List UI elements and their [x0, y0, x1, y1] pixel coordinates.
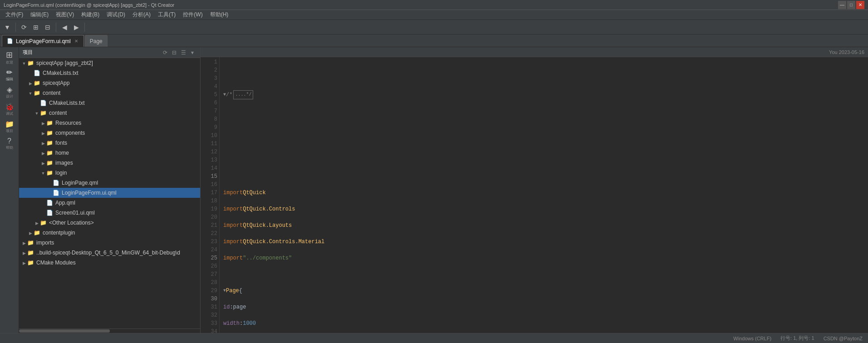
arrow-other-locations[interactable]: [34, 220, 40, 225]
toolbar-collapse[interactable]: ⊟: [42, 22, 53, 33]
tree-item-build[interactable]: 📁 ..build-spiceqt-Desktop_Qt_6_5_0_MinGW…: [19, 248, 200, 258]
type-page: Page: [226, 287, 239, 295]
linenum-2: 2: [202, 66, 217, 74]
tree-item-images[interactable]: 📁 images: [19, 158, 200, 168]
tree-item-home[interactable]: 📁 home: [19, 148, 200, 158]
linenum-26: 26: [202, 262, 217, 270]
folder-icon-cmake-modules: 📁: [27, 260, 34, 266]
tree-label-content1: content: [43, 90, 60, 96]
code-line-3: ▼ /* ....*/: [223, 91, 864, 99]
code-line-5: [223, 123, 864, 132]
minimize-button[interactable]: —: [838, 1, 846, 9]
sidebar-title: 项目: [23, 49, 159, 56]
kw-import-11: import: [223, 221, 243, 230]
maximize-button[interactable]: □: [847, 1, 855, 9]
arrow-build[interactable]: [21, 250, 27, 255]
left-icon-welcome[interactable]: ⊞ 欢迎: [1, 49, 18, 65]
toolbar-filter[interactable]: ⊞: [30, 22, 41, 33]
menu-controls[interactable]: 控件(W): [179, 10, 206, 20]
sidebar-btn-2[interactable]: ⊟: [170, 49, 178, 57]
toolbar: ▼ ⟳ ⊞ ⊟ ◀ ▶: [0, 20, 868, 34]
tree-item-login[interactable]: 📁 login: [19, 168, 200, 178]
tree-item-content2[interactable]: 📁 content: [19, 108, 200, 118]
tree-item-cmake2[interactable]: 📄 CMakeLists.txt: [19, 98, 200, 108]
toolbar-sync[interactable]: ⟳: [19, 22, 29, 33]
tree-item-resources[interactable]: 📁 Resources: [19, 118, 200, 128]
tree-label-home: home: [55, 150, 69, 156]
sidebar-btn-3[interactable]: ☰: [179, 49, 187, 57]
code-line-9: import QtQuick: [223, 189, 864, 197]
left-icon-help[interactable]: ? 帮助: [1, 135, 18, 152]
linenum-9: 9: [202, 123, 217, 132]
sidebar-scrollbar[interactable]: [19, 328, 200, 333]
close-button[interactable]: ✕: [856, 1, 864, 9]
arrow-content2[interactable]: [34, 111, 40, 116]
left-icon-debug[interactable]: 🐞 调试: [1, 101, 18, 117]
kw-import-13: import: [223, 254, 243, 262]
code-editor[interactable]: ▼ /* ....*/ import QtQuick import QtQuic…: [220, 57, 868, 333]
left-icon-projects[interactable]: 📁 项目: [1, 118, 18, 134]
linenum-8: 8: [202, 115, 217, 123]
tree-item-screen01[interactable]: 📄 Screen01.ui.qml: [19, 208, 200, 218]
arrow-content1[interactable]: [27, 91, 34, 96]
toolbar-dropdown[interactable]: ▼: [2, 22, 13, 33]
arrow-home[interactable]: [40, 151, 46, 156]
arrow-cmake-modules[interactable]: [21, 260, 27, 265]
folder-icon-home: 📁: [46, 150, 54, 156]
code-line-2: [223, 74, 864, 83]
menu-tools[interactable]: 工具(T): [154, 10, 179, 20]
code-line-6: [223, 140, 864, 148]
projects-label: 项目: [6, 129, 13, 133]
arrow-images[interactable]: [40, 161, 46, 166]
tree-item-spiceqtapp[interactable]: 📁 spiceqtApp: [19, 78, 200, 88]
scrollbar-thumb[interactable]: [19, 329, 110, 333]
status-position: 行号: 1, 列号: 1: [780, 335, 814, 342]
sidebar-btn-1[interactable]: ⟳: [161, 49, 169, 57]
tree-item-other-locations[interactable]: 📁 <Other Locations>: [19, 218, 200, 228]
menu-analyze[interactable]: 分析(A): [129, 10, 154, 20]
sidebar-btn-4[interactable]: ▾: [188, 49, 196, 57]
tree-item-root[interactable]: 📁 spiceqtApp [aggs_zbt2]: [19, 58, 200, 68]
folder-icon-login: 📁: [46, 170, 54, 176]
fold-box-3[interactable]: ....*/: [233, 90, 253, 99]
menu-edit[interactable]: 编辑(E): [27, 10, 52, 20]
tree-label-images: images: [55, 160, 73, 166]
code-line-11: import QtQuick.Layouts: [223, 221, 864, 230]
line-numbers: 1 2 3 4 5 6 7 8 9 10 11 12 13 14 15 16 1: [201, 57, 220, 333]
type-material: QtQuick.Controls.Material: [243, 238, 324, 246]
arrow-login[interactable]: [40, 171, 46, 176]
menu-view[interactable]: 视图(V): [52, 10, 78, 20]
arrow-root[interactable]: [21, 61, 27, 66]
linenum-28: 28: [202, 279, 217, 287]
toolbar-nav-back[interactable]: ◀: [59, 22, 70, 33]
menu-help[interactable]: 帮助(H): [206, 10, 232, 20]
arrow-resources[interactable]: [40, 121, 46, 126]
tree-item-app[interactable]: 📄 App.qml: [19, 198, 200, 208]
menu-build[interactable]: 构建(B): [78, 10, 103, 20]
arrow-imports[interactable]: [21, 240, 27, 245]
tree-item-cmake1[interactable]: 📄 CMakeLists.txt: [19, 68, 200, 78]
menu-debug[interactable]: 调试(D): [103, 10, 129, 20]
arrow-fonts[interactable]: [40, 141, 46, 146]
tree-item-loginpageform[interactable]: 📄 LoginPageForm.ui.qml: [19, 188, 200, 198]
code-line-13: import "../components": [223, 254, 864, 262]
folder-icon-spiceqtapp: 📁: [34, 80, 41, 86]
tab-loginpageform[interactable]: 📄 LoginPageForm.ui.qml ✕: [2, 35, 84, 47]
arrow-spiceqtapp[interactable]: [27, 81, 34, 86]
tab-page[interactable]: Page: [85, 35, 108, 47]
tree-item-content1[interactable]: 📁 content: [19, 88, 200, 98]
toolbar-nav-forward[interactable]: ▶: [71, 22, 82, 33]
tree-item-contentplugin[interactable]: 📁 contentplugin: [19, 228, 200, 238]
left-icon-edit[interactable]: ✏ 编辑: [1, 66, 18, 83]
tab-loginpageform-close[interactable]: ✕: [74, 39, 79, 44]
linenum-5: 5: [202, 91, 217, 99]
tree-item-fonts[interactable]: 📁 fonts: [19, 138, 200, 148]
tree-item-cmake-modules[interactable]: 📁 CMake Modules: [19, 258, 200, 268]
menu-file[interactable]: 文件(F): [2, 10, 27, 20]
tree-item-imports[interactable]: 📁 imports: [19, 238, 200, 248]
arrow-components[interactable]: [40, 131, 46, 136]
arrow-contentplugin[interactable]: [27, 230, 34, 235]
tree-item-loginpage[interactable]: 📄 LoginPage.qml: [19, 178, 200, 188]
left-icon-design[interactable]: ◈ 设计: [1, 83, 18, 100]
tree-item-components[interactable]: 📁 components: [19, 128, 200, 138]
